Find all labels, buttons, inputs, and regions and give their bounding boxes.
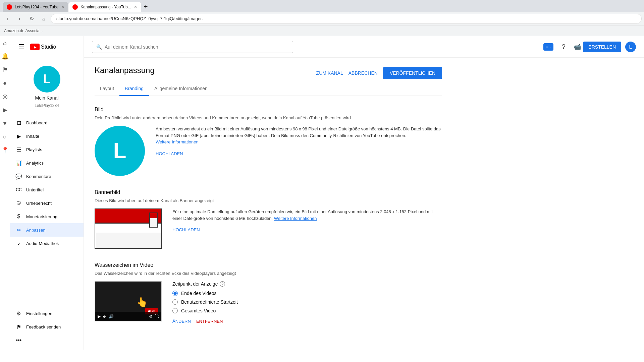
untertitel-icon: CC	[15, 186, 22, 193]
sidebar-item-playlists[interactable]: ☰ Playlists	[10, 143, 84, 156]
address-bar-row: ‹ › ↻ ⌂	[0, 12, 644, 25]
app-container: ⌂ 🔔 ⚑ ● ◎ ▶ ♥ ○ 📍 ☰ Studio L Mein Kanal …	[0, 36, 644, 350]
radio-ende[interactable]: Ende des Videos	[172, 291, 442, 296]
search-icon: 🔍	[96, 44, 102, 50]
search-input[interactable]	[105, 44, 289, 50]
zeitpunkt-help-icon[interactable]: ?	[220, 281, 225, 287]
sidebar-item-untertitel[interactable]: CC Untertitel	[10, 183, 84, 196]
channel-handle: LetsPlay1234	[35, 103, 59, 108]
tab-layout[interactable]: Layout	[95, 82, 119, 96]
sidebar-label-analytics: Analytics	[26, 161, 44, 166]
radio-gesamtes-label: Gesamtes Video	[181, 308, 216, 313]
more-icon: •••	[15, 337, 22, 344]
notification-badge[interactable]: ≡ ·	[543, 43, 553, 51]
radio-benutzerdefinierte-label: Benutzerdefinierte Startzeit	[181, 299, 238, 305]
zum-kanal-link[interactable]: ZUM KANAL	[316, 70, 343, 76]
zeitpunkt-title: Zeitpunkt der Anzeige ?	[172, 281, 442, 287]
radio-benutzerdefinierte-input[interactable]	[172, 299, 178, 305]
create-button-wrapper[interactable]: 📹 ERSTELLEN	[574, 42, 621, 52]
sidebar-label-playlists: Playlists	[26, 147, 42, 152]
browser-tab-2[interactable]: Kanalanpassung - YouTub... ✕	[68, 2, 141, 12]
banner-hochladen-button[interactable]: HOCHLADEN	[172, 227, 200, 232]
radio-ende-input[interactable]	[172, 291, 178, 296]
bild-content: L Am besten verwendest du ein Bild mit e…	[95, 126, 442, 176]
radio-gesamtes[interactable]: Gesamtes Video	[172, 308, 442, 313]
icon-sidebar-pin[interactable]: 📍	[1, 146, 9, 154]
sidebar-nav: ⊞ Dashboard ▶ Inhalte ☰ Playlists 📊 Anal…	[10, 113, 84, 253]
home-button[interactable]: ⌂	[39, 14, 48, 23]
icon-sidebar-whatsapp[interactable]: ●	[1, 79, 9, 87]
tab-allgemeine[interactable]: Allgemeine Informationen	[149, 82, 213, 96]
bild-weitere-info[interactable]: Weitere Informationen	[156, 139, 199, 144]
icon-sidebar-heart[interactable]: ♥	[1, 119, 9, 127]
sidebar-item-einstellungen[interactable]: ⚙ Einstellungen	[10, 307, 84, 320]
icon-sidebar-bell[interactable]: 🔔	[1, 52, 9, 60]
new-tab-button[interactable]: +	[141, 3, 151, 11]
audio-icon: ♪	[15, 240, 22, 247]
sidebar-item-more[interactable]: •••	[10, 334, 84, 347]
browser-tab-1[interactable]: LetsPlay1234 - YouTube ✕	[3, 2, 68, 12]
bild-section: Bild Dein Profilbild wird unter anderem …	[95, 107, 442, 176]
sidebar-item-monetarisierung[interactable]: $ Monetarisierung	[10, 210, 84, 223]
wasserzeichen-desc: Das Wasserzeichen wird in der rechten Ec…	[95, 271, 442, 276]
settings-icon[interactable]: ⚙	[149, 314, 153, 319]
page-tabs: Layout Branding Allgemeine Informationen	[95, 82, 442, 96]
tab-close-1[interactable]: ✕	[61, 5, 64, 9]
play-icon[interactable]: ▶	[98, 314, 101, 319]
entfernen-button[interactable]: ENTFERNEN	[196, 319, 223, 324]
urheberrecht-icon: ©	[15, 200, 22, 206]
tab-title-1: LetsPlay1234 - YouTube	[15, 5, 58, 9]
reload-button[interactable]: ↻	[27, 14, 36, 23]
anpassen-icon: ✏	[15, 227, 22, 233]
sidebar-item-kommentare[interactable]: 💬 Kommentare	[10, 170, 84, 183]
banner-mobile	[149, 213, 158, 228]
banner-desc: Dieses Bild wird oben auf deinem Kanal a…	[95, 198, 442, 203]
icon-sidebar-home[interactable]: ⌂	[1, 39, 9, 47]
sidebar-item-urheberrecht[interactable]: © Urheberrecht	[10, 196, 84, 210]
create-button[interactable]: ERSTELLEN	[583, 42, 621, 52]
user-avatar[interactable]: L	[625, 42, 636, 52]
profile-image-preview: L	[95, 126, 145, 176]
help-button[interactable]: ?	[557, 41, 570, 53]
sidebar-item-inhalte[interactable]: ▶ Inhalte	[10, 129, 84, 143]
icon-sidebar-flag[interactable]: ⚑	[1, 66, 9, 74]
bild-hochladen-button[interactable]: HOCHLADEN	[156, 151, 183, 156]
back-button[interactable]: ‹	[3, 14, 12, 23]
sidebar-label-kommentare: Kommentare	[26, 174, 51, 179]
watermark-controls: ▶ ⏭ 🔊 ⚙ ⛶	[95, 312, 161, 321]
volume-icon[interactable]: 🔊	[109, 314, 114, 319]
sidebar-header: ☰ Studio	[10, 36, 84, 58]
sidebar-item-audio[interactable]: ♪ Audio-Mediathek	[10, 237, 84, 250]
tab-close-2[interactable]: ✕	[134, 5, 137, 9]
sidebar-label-untertitel: Untertitel	[26, 187, 44, 192]
banner-weitere-info[interactable]: Weitere Informationen	[274, 216, 317, 221]
sidebar-item-analytics[interactable]: 📊 Analytics	[10, 156, 84, 170]
menu-toggle-button[interactable]: ☰	[15, 41, 28, 53]
radio-gesamtes-input[interactable]	[172, 308, 178, 313]
radio-benutzerdefinierte[interactable]: Benutzerdefinierte Startzeit	[172, 299, 442, 305]
sidebar-item-anpassen[interactable]: ✏ Anpassen	[10, 223, 84, 237]
sidebar-item-dashboard[interactable]: ⊞ Dashboard	[10, 116, 84, 129]
icon-sidebar-play[interactable]: ▶	[1, 106, 9, 114]
next-icon[interactable]: ⏭	[103, 314, 107, 319]
fullscreen-icon[interactable]: ⛶	[155, 314, 159, 319]
banner-mobile-red	[150, 213, 157, 218]
create-icon: 📹	[574, 43, 581, 51]
icon-sidebar-instagram[interactable]: ◎	[1, 93, 9, 101]
veroffentlichen-button[interactable]: VERÖFFENTLICHEN	[383, 67, 442, 79]
bookmarks-bar: Amazon.de Associa...	[0, 25, 644, 36]
sidebar-label-einstellungen: Einstellungen	[26, 311, 52, 316]
andern-button[interactable]: ÄNDERN	[172, 319, 191, 324]
bookmark-item[interactable]: Amazon.de Associa...	[4, 28, 43, 33]
url-bar[interactable]	[51, 14, 641, 23]
forward-button[interactable]: ›	[15, 14, 24, 23]
search-bar[interactable]: 🔍	[92, 41, 293, 53]
youtube-studio-logo: Studio	[30, 44, 56, 50]
sidebar-item-feedback[interactable]: ⚑ Feedback senden	[10, 320, 84, 334]
banner-title: Bannerbild	[95, 189, 442, 195]
abbrechen-button[interactable]: ABBRECHEN	[348, 70, 378, 76]
tab-branding[interactable]: Branding	[119, 82, 149, 96]
wasserzeichen-content: ABO ▶ ⏭ 🔊 ⚙ ⛶ 👆	[95, 281, 442, 324]
icon-sidebar-circle[interactable]: ○	[1, 133, 9, 141]
wasserzeichen-title: Wasserzeichen im Video	[95, 262, 442, 268]
